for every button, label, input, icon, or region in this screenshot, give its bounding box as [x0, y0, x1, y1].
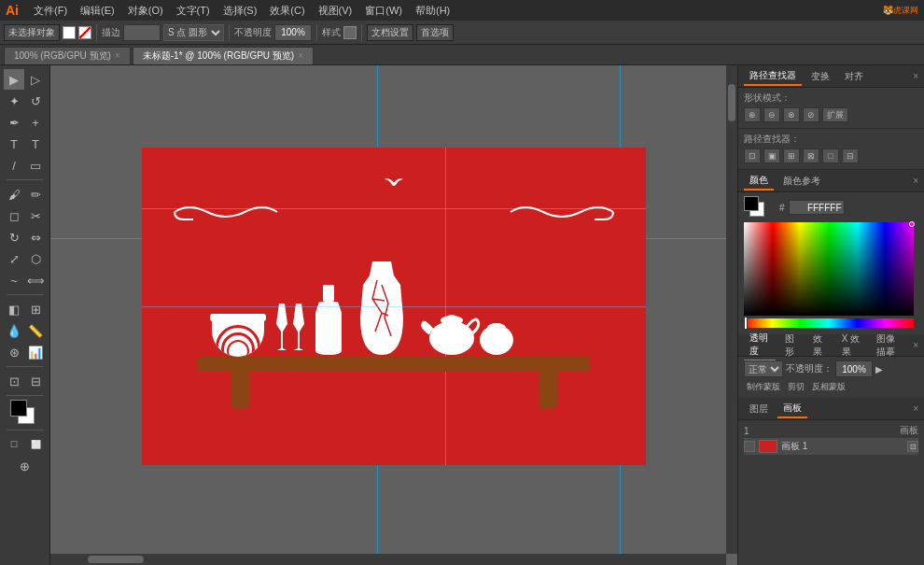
layers-close[interactable]: ×	[913, 403, 918, 414]
style-swatch[interactable]	[343, 26, 357, 39]
reflect-tool[interactable]: ⇔	[25, 227, 46, 247]
shape-modes-title: 形状模式：	[744, 92, 918, 105]
line-tool[interactable]: /	[4, 155, 24, 176]
opacity-input[interactable]	[835, 360, 873, 377]
add-anchor-tool[interactable]: +	[25, 112, 46, 133]
menu-help[interactable]: 帮助(H)	[410, 2, 455, 20]
color-hex-input[interactable]	[789, 200, 845, 215]
menu-window[interactable]: 窗口(W)	[359, 2, 408, 20]
type-tool[interactable]: T	[4, 134, 24, 154]
layer-row-1[interactable]: 画板 1 ⊡	[744, 438, 918, 455]
preferences-btn[interactable]: 首选项	[416, 24, 454, 41]
merge-btn[interactable]: ⊞	[783, 148, 800, 163]
outline-btn[interactable]: □	[822, 148, 839, 163]
invert-mask-btn[interactable]: 反相蒙版	[809, 380, 848, 394]
menu-edit[interactable]: 编辑(E)	[75, 2, 120, 20]
eraser-tool[interactable]: ◻	[4, 205, 24, 226]
artboard-tool[interactable]: ⊡	[4, 371, 24, 391]
shear-tool[interactable]: ⬡	[25, 248, 46, 269]
menu-text[interactable]: 文字(T)	[171, 2, 216, 20]
width-tool[interactable]: ⟺	[25, 270, 46, 290]
graphic-tab[interactable]: 图形	[779, 331, 805, 360]
align-tab[interactable]: 对齐	[839, 68, 869, 85]
scale-tool[interactable]: ⤢	[4, 248, 24, 269]
tab-0[interactable]: 100% (RGB/GPU 预览)×	[4, 47, 131, 64]
opacity-input[interactable]	[274, 24, 312, 41]
selection-tool[interactable]: ▶	[4, 69, 24, 90]
fg-color[interactable]	[10, 400, 27, 417]
slice-tool[interactable]: ⊟	[25, 371, 46, 391]
color-close[interactable]: ×	[913, 176, 918, 186]
shelf-leg-right	[539, 368, 557, 409]
vertical-scrollbar[interactable]	[726, 65, 737, 554]
tab-close-1[interactable]: ×	[298, 50, 303, 61]
menu-object[interactable]: 对象(O)	[122, 2, 169, 20]
warp-tool[interactable]: ~	[4, 270, 24, 290]
pathfinder-close[interactable]: ×	[913, 71, 918, 81]
layers-tab[interactable]: 图层	[744, 401, 774, 417]
paintbrush-tool[interactable]: 🖌	[4, 184, 24, 205]
pencil-tool[interactable]: ✏	[25, 184, 46, 205]
blend-mode-select[interactable]: 正常	[744, 360, 783, 377]
horizontal-scrollbar[interactable]	[50, 554, 726, 565]
artboard-tab[interactable]: 画板	[777, 400, 807, 418]
opacity-percent: ▶	[875, 364, 883, 374]
color-ref-tab[interactable]: 颜色参考	[777, 173, 826, 190]
scissors-tool[interactable]: ✂	[25, 205, 46, 226]
screen-mode[interactable]: ⬜	[25, 434, 46, 455]
pen-tool[interactable]: ✒	[4, 112, 24, 133]
clip-btn[interactable]: 剪切	[785, 380, 807, 394]
trim-btn[interactable]: ▣	[763, 148, 780, 163]
menu-view[interactable]: 视图(V)	[313, 2, 358, 20]
transparency-close[interactable]: ×	[913, 340, 918, 350]
crop-btn[interactable]: ⊠	[803, 148, 819, 163]
stroke-swatch[interactable]	[78, 26, 91, 39]
artboard[interactable]	[142, 148, 646, 465]
vertical-type-tool[interactable]: T	[25, 134, 46, 154]
tab-1[interactable]: 未标题-1* @ 100% (RGB/GPU 预览)×	[133, 47, 314, 64]
mesh-tool[interactable]: ⊞	[25, 299, 46, 319]
layer-visibility[interactable]	[744, 441, 755, 452]
x-effects-tab[interactable]: X 效果	[836, 331, 867, 360]
color-fg-swatch[interactable]	[744, 196, 759, 211]
pathfinder-tab[interactable]: 路径查找器	[744, 67, 802, 86]
zoom-tool[interactable]: ⊕	[15, 456, 35, 476]
stroke-input[interactable]	[123, 24, 161, 41]
direct-selection-tool[interactable]: ▷	[25, 69, 46, 90]
minus-front-btn[interactable]: ⊖	[763, 107, 780, 122]
vertical-scroll-thumb[interactable]	[728, 84, 735, 121]
symbol-tool[interactable]: ⊛	[4, 342, 24, 362]
point-shape-select[interactable]: S 点 圆形	[163, 24, 224, 41]
magic-wand-tool[interactable]: ✦	[4, 91, 24, 111]
menu-select[interactable]: 选择(S)	[217, 2, 263, 20]
menu-effect[interactable]: 效果(C)	[264, 2, 310, 20]
effects-tab[interactable]: 效果	[807, 331, 833, 360]
intersect-btn[interactable]: ⊗	[783, 107, 800, 122]
image-trace-tab[interactable]: 图像描摹	[871, 331, 909, 360]
fill-swatch[interactable]	[63, 26, 76, 39]
hue-bar[interactable]	[744, 318, 914, 328]
normal-mode[interactable]: ☐	[4, 434, 24, 455]
minus-back-btn[interactable]: ⊟	[842, 148, 859, 163]
canvas-area[interactable]	[50, 65, 737, 565]
tab-close-0[interactable]: ×	[115, 50, 120, 61]
horizontal-scroll-thumb[interactable]	[88, 556, 144, 563]
menu-file[interactable]: 文件(F)	[28, 2, 73, 20]
rotate-tool[interactable]: ↻	[4, 227, 24, 247]
exclude-btn[interactable]: ⊘	[803, 107, 819, 122]
rect-tool[interactable]: ▭	[25, 155, 46, 176]
color-gradient-picker[interactable]	[744, 222, 914, 316]
doc-settings-btn[interactable]: 文档设置	[367, 24, 413, 41]
color-tab[interactable]: 颜色	[744, 172, 774, 191]
measure-tool[interactable]: 📏	[25, 320, 46, 341]
divide-btn[interactable]: ⊡	[744, 148, 761, 163]
graph-tool[interactable]: 📊	[25, 342, 46, 362]
gradient-tool[interactable]: ◧	[4, 299, 24, 319]
expand-btn[interactable]: 扩展	[822, 107, 848, 122]
make-mask-btn[interactable]: 制作蒙版	[744, 380, 783, 394]
eyedropper-tool[interactable]: 💧	[4, 320, 24, 341]
unite-btn[interactable]: ⊕	[744, 107, 761, 122]
svg-point-0	[392, 182, 396, 186]
transform-tab[interactable]: 变换	[805, 68, 835, 85]
lasso-tool[interactable]: ↺	[25, 91, 46, 111]
